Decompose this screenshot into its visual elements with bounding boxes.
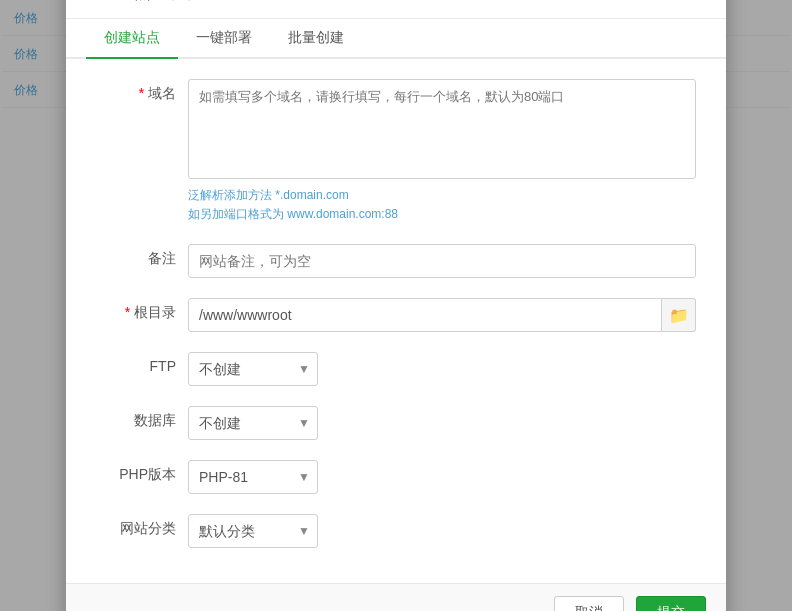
db-select[interactable]: 不创建 MySQL SQLite — [188, 406, 318, 440]
modal-body: 域名 泛解析添加方法 *.domain.com 如另加端口格式为 www.dom… — [66, 59, 726, 583]
note-control — [188, 244, 696, 278]
cancel-button[interactable]: 取消 — [554, 596, 624, 611]
domain-input[interactable] — [188, 79, 696, 179]
ftp-control: 不创建 创建 ▼ — [188, 352, 696, 386]
ftp-select-wrap: 不创建 创建 ▼ — [188, 352, 318, 386]
rootdir-row: 根目录 📁 — [96, 298, 696, 332]
php-select-wrap: PHP-81 PHP-80 PHP-74 PHP-73 ▼ — [188, 460, 318, 494]
note-input[interactable] — [188, 244, 696, 278]
db-select-wrap: 不创建 MySQL SQLite ▼ — [188, 406, 318, 440]
submit-button[interactable]: 提交 — [636, 596, 706, 611]
tab-deploy[interactable]: 一键部署 — [178, 19, 270, 59]
category-control: 默认分类 分类1 分类2 ▼ — [188, 514, 696, 548]
php-label: PHP版本 — [96, 460, 176, 484]
rootdir-wrap: 📁 — [188, 298, 696, 332]
domain-hint-1: 泛解析添加方法 *.domain.com — [188, 186, 696, 205]
rootdir-browse-button[interactable]: 📁 — [662, 298, 696, 332]
domain-hint: 泛解析添加方法 *.domain.com 如另加端口格式为 www.domain… — [188, 186, 696, 224]
db-label: 数据库 — [96, 406, 176, 430]
php-control: PHP-81 PHP-80 PHP-74 PHP-73 ▼ — [188, 460, 696, 494]
category-select[interactable]: 默认分类 分类1 分类2 — [188, 514, 318, 548]
php-row: PHP版本 PHP-81 PHP-80 PHP-74 PHP-73 ▼ — [96, 460, 696, 494]
tab-batch[interactable]: 批量创建 — [270, 19, 362, 59]
php-select[interactable]: PHP-81 PHP-80 PHP-74 PHP-73 — [188, 460, 318, 494]
domain-label: 域名 — [96, 79, 176, 103]
tab-create[interactable]: 创建站点 — [86, 19, 178, 59]
ftp-select[interactable]: 不创建 创建 — [188, 352, 318, 386]
db-control: 不创建 MySQL SQLite ▼ — [188, 406, 696, 440]
modal-footer: 取消 提交 — [66, 583, 726, 611]
domain-hint-2: 如另加端口格式为 www.domain.com:88 — [188, 205, 696, 224]
modal-backdrop: × 添加站点-支持批量建站 创建站点 一键部署 批量创建 域名 泛解析添加方法 … — [0, 0, 792, 611]
note-row: 备注 — [96, 244, 696, 278]
rootdir-label: 根目录 — [96, 298, 176, 322]
domain-control: 泛解析添加方法 *.domain.com 如另加端口格式为 www.domain… — [188, 79, 696, 224]
category-select-wrap: 默认分类 分类1 分类2 ▼ — [188, 514, 318, 548]
domain-row: 域名 泛解析添加方法 *.domain.com 如另加端口格式为 www.dom… — [96, 79, 696, 224]
ftp-row: FTP 不创建 创建 ▼ — [96, 352, 696, 386]
rootdir-input[interactable] — [188, 298, 662, 332]
folder-icon: 📁 — [669, 306, 689, 325]
modal-title: 添加站点-支持批量建站 — [86, 0, 251, 4]
note-label: 备注 — [96, 244, 176, 268]
modal-dialog: × 添加站点-支持批量建站 创建站点 一键部署 批量创建 域名 泛解析添加方法 … — [66, 0, 726, 611]
db-row: 数据库 不创建 MySQL SQLite ▼ — [96, 406, 696, 440]
ftp-label: FTP — [96, 352, 176, 374]
modal-tabs: 创建站点 一键部署 批量创建 — [66, 19, 726, 59]
rootdir-control: 📁 — [188, 298, 696, 332]
modal-header: 添加站点-支持批量建站 — [66, 0, 726, 19]
category-row: 网站分类 默认分类 分类1 分类2 ▼ — [96, 514, 696, 548]
category-label: 网站分类 — [96, 514, 176, 538]
